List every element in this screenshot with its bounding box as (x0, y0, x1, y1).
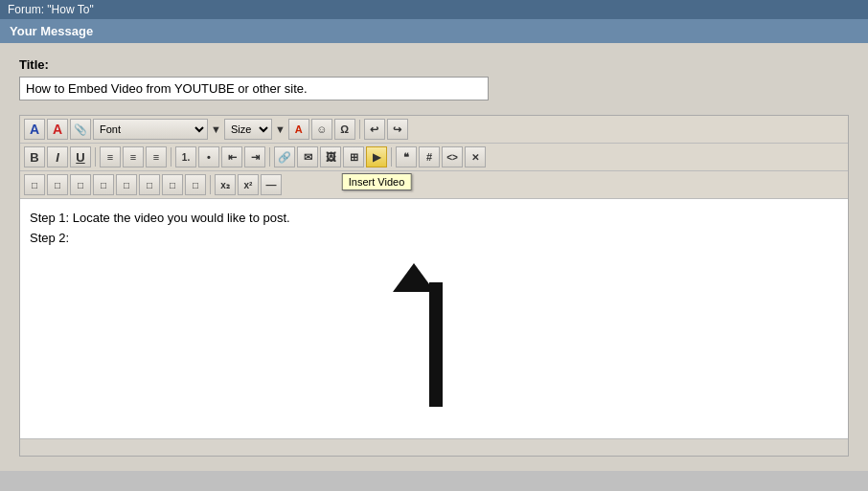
quote-icon: ❝ (403, 151, 409, 164)
toolbar-sep-4 (269, 147, 270, 167)
italic-button[interactable]: I (47, 146, 68, 167)
editor-container: A A 📎 Font Arial Times New Roman Courier… (19, 115, 849, 457)
attachment-button[interactable]: 📎 (70, 119, 91, 140)
format-a-blue-icon: A (30, 122, 39, 137)
font-select[interactable]: Font Arial Times New Roman Courier New V… (93, 119, 208, 140)
indent-icon: ⇥ (251, 151, 260, 164)
image-button[interactable]: 🖼 (320, 146, 341, 167)
editor-line-2: Step 2: (30, 229, 838, 249)
row3-icon6: □ (147, 180, 152, 190)
outdent-icon: ⇤ (228, 151, 237, 164)
unordered-list-icon: • (207, 151, 211, 163)
editor-body[interactable]: Step 1: Locate the video you would like … (20, 199, 848, 438)
horizontal-rule-icon: — (266, 179, 277, 190)
indent-button[interactable]: ⇥ (244, 146, 265, 167)
toolbar-sep-3 (171, 147, 171, 167)
code-icon: <> (446, 152, 458, 163)
subscript-button[interactable]: x₂ (215, 174, 236, 195)
insert-special-button[interactable]: Ω (334, 119, 355, 140)
email-button[interactable]: ✉ (297, 146, 318, 167)
link-icon: 🔗 (278, 151, 291, 164)
underline-icon: U (76, 150, 84, 165)
hash-icon: # (426, 151, 432, 163)
row3-btn1[interactable]: □ (24, 174, 45, 195)
bold-icon: B (30, 150, 38, 165)
quote-button[interactable]: ❝ (396, 146, 417, 167)
row3-btn8[interactable]: □ (185, 174, 206, 195)
undo-icon: ↩ (370, 123, 378, 136)
row3-btn4[interactable]: □ (93, 174, 114, 195)
align-center-button[interactable]: ≡ (123, 146, 144, 167)
align-center-icon: ≡ (130, 151, 136, 163)
redo-icon: ↪ (393, 123, 401, 136)
editor-wrapper: A A 📎 Font Arial Times New Roman Courier… (19, 115, 849, 457)
align-left-button[interactable]: ≡ (100, 146, 121, 167)
toolbar-row-2: B I U ≡ ≡ ≡ 1. (20, 144, 848, 171)
bold-button[interactable]: B (24, 146, 45, 167)
row3-icon8: □ (193, 180, 198, 190)
horizontal-rule-button[interactable]: — (261, 174, 282, 195)
toolbar-sep-6 (210, 175, 211, 194)
size-select[interactable]: Size 8 10 12 14 18 24 (224, 119, 272, 140)
insert-special-icon: Ω (340, 123, 349, 135)
hash-button[interactable]: # (419, 146, 440, 167)
superscript-button[interactable]: x² (238, 174, 259, 195)
forum-bar: Forum: "How To" (0, 0, 868, 19)
link-button[interactable]: 🔗 (274, 146, 295, 167)
outdent-button[interactable]: ⇤ (221, 146, 242, 167)
row3-icon7: □ (170, 180, 175, 190)
title-input[interactable] (19, 77, 489, 100)
align-left-icon: ≡ (107, 151, 113, 163)
toolbar-sep-1 (359, 120, 360, 139)
redo-button[interactable]: ↪ (387, 119, 408, 140)
ordered-list-button[interactable]: 1. (175, 146, 196, 167)
align-right-button[interactable]: ≡ (146, 146, 167, 167)
format-a-blue-button[interactable]: A (24, 119, 45, 140)
toolbar-sep-2 (95, 147, 96, 167)
message-header-title: Your Message (10, 24, 93, 38)
subscript-icon: x₂ (220, 180, 230, 190)
underline-button[interactable]: U (70, 146, 91, 167)
format-a-red-button[interactable]: A (47, 119, 68, 140)
toolbar-sep-5 (391, 147, 392, 167)
font-dropdown-arrow: ▼ (210, 123, 222, 135)
title-label: Title: (19, 57, 849, 72)
row3-btn6[interactable]: □ (139, 174, 160, 195)
italic-icon: I (56, 150, 59, 165)
row3-btn2[interactable]: □ (47, 174, 68, 195)
emoji-button[interactable]: ☺ (311, 119, 332, 140)
insert-table-button[interactable]: ⊞ (343, 146, 364, 167)
code-button[interactable]: <> (442, 146, 463, 167)
image-icon: 🖼 (326, 151, 336, 163)
undo-button[interactable]: ↩ (364, 119, 385, 140)
align-right-icon: ≡ (153, 151, 159, 163)
row3-icon5: □ (124, 180, 129, 190)
row3-icon1: □ (32, 180, 37, 190)
insert-video-icon: ▶ (373, 151, 380, 164)
color-button[interactable]: A (288, 119, 309, 140)
editor-statusbar (20, 438, 848, 456)
row3-btn5[interactable]: □ (116, 174, 137, 195)
remove-format-icon: ✕ (471, 152, 479, 163)
ordered-list-icon: 1. (182, 152, 190, 163)
toolbar-row-3: □ □ □ □ □ □ □ (20, 171, 848, 199)
insert-table-icon: ⊞ (350, 151, 358, 164)
size-dropdown-arrow: ▼ (274, 123, 286, 135)
superscript-icon: x² (244, 180, 253, 190)
row3-icon3: □ (78, 180, 83, 190)
color-icon: A (295, 123, 303, 135)
row3-btn3[interactable]: □ (70, 174, 91, 195)
unordered-list-button[interactable]: • (198, 146, 219, 167)
attachment-icon: 📎 (74, 123, 87, 136)
row3-icon4: □ (101, 180, 106, 190)
forum-bar-text: Forum: "How To" (8, 3, 94, 16)
format-a-red-icon: A (53, 122, 62, 137)
row3-icon2: □ (55, 180, 60, 190)
row3-btn7[interactable]: □ (162, 174, 183, 195)
insert-video-button[interactable]: ▶ (366, 146, 387, 167)
remove-format-button[interactable]: ✕ (465, 146, 486, 167)
email-icon: ✉ (304, 151, 312, 164)
editor-line-1: Step 1: Locate the video you would like … (30, 209, 838, 229)
insert-video-container: ▶ Insert Video (366, 146, 387, 167)
toolbar-row-1: A A 📎 Font Arial Times New Roman Courier… (20, 116, 848, 144)
